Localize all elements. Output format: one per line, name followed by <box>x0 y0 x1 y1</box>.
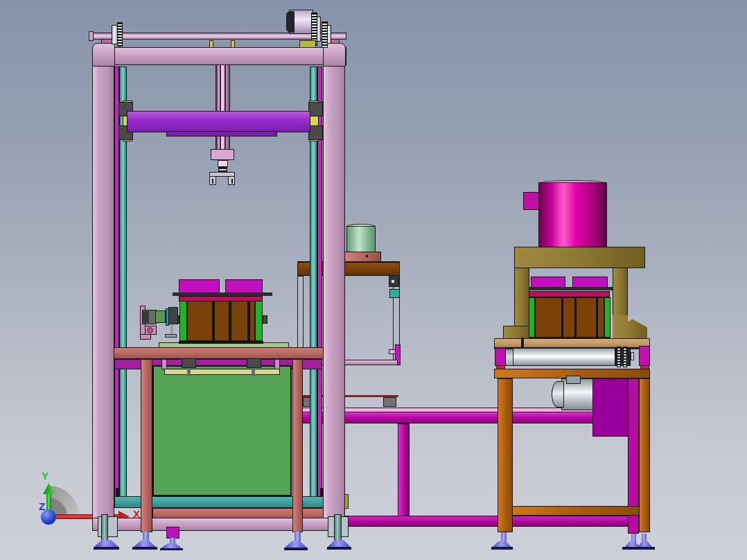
stack-top-left[interactable] <box>179 279 220 293</box>
clamp-pulley <box>147 327 153 333</box>
finger-slot <box>212 179 213 184</box>
sensor-indicator <box>392 280 394 283</box>
slat-divider <box>574 297 577 338</box>
roller-shaft-stub <box>631 352 634 360</box>
press-frame-wall-right[interactable] <box>613 268 628 323</box>
gantry-column-left[interactable] <box>92 64 114 518</box>
leveling-foot-stem <box>170 538 175 544</box>
clamp-bracket-foot[interactable] <box>140 334 151 340</box>
foot-plate <box>622 547 655 550</box>
panel-post <box>161 359 167 369</box>
press-table-leg-right[interactable] <box>292 359 303 532</box>
origin-sphere <box>41 509 56 525</box>
finger-slot <box>231 179 233 184</box>
foot-plate <box>160 548 183 550</box>
cad-viewport: Z Y X <box>0 0 747 560</box>
cylinder-stripe <box>220 64 221 150</box>
panel-post <box>274 359 280 369</box>
shaft-end-cap <box>89 31 94 41</box>
leveling-foot-stem <box>143 532 149 542</box>
leveling-foot-stem <box>295 532 301 543</box>
press-stack-slats[interactable] <box>535 297 604 338</box>
gearmotor-dome[interactable] <box>552 381 564 408</box>
clamp-slide-face <box>143 311 149 323</box>
hanger-stem <box>252 368 255 376</box>
foot-plate <box>491 547 513 550</box>
press-frame-foot-right[interactable] <box>613 315 647 340</box>
band-sensor <box>116 488 120 497</box>
lift-cylinder[interactable] <box>216 64 230 150</box>
fixture-cylinder[interactable] <box>346 226 376 252</box>
outfeed-cross-beam[interactable] <box>506 506 641 516</box>
roller-bracket-right[interactable] <box>639 346 650 366</box>
motor-end-cap[interactable] <box>286 11 295 33</box>
foot-plate <box>132 547 157 550</box>
press-head-cylinder[interactable] <box>538 182 607 247</box>
gantry-column-right[interactable] <box>323 64 345 518</box>
chain-sprocket-left[interactable] <box>117 22 123 46</box>
press-stack-end-right[interactable] <box>604 297 610 338</box>
cross-slide-beam[interactable] <box>127 111 310 132</box>
press-head-side-box[interactable] <box>523 192 539 210</box>
press-stack-rod <box>520 287 619 290</box>
press-table-leg-left[interactable] <box>141 359 152 532</box>
foot-block-magenta[interactable] <box>166 527 179 539</box>
gripper-shaft[interactable] <box>218 160 228 167</box>
slat-divider <box>596 297 598 338</box>
sprocket-disc <box>327 25 331 44</box>
motor-bracket <box>299 40 316 48</box>
roller-bracket-left[interactable] <box>495 348 506 366</box>
press-frame-top[interactable] <box>514 247 645 268</box>
conveyor-roller[interactable] <box>513 348 615 366</box>
carriage-block[interactable] <box>308 102 323 116</box>
base-dot <box>366 255 368 257</box>
outfeed-base-beam[interactable] <box>333 516 629 527</box>
clamp-cylinder[interactable] <box>168 307 178 324</box>
transfer-beam[interactable] <box>302 412 629 423</box>
press-table-top[interactable] <box>92 347 345 359</box>
foot-plate <box>94 547 119 550</box>
outfeed-leg-right[interactable] <box>639 378 650 532</box>
gantry-corner-left[interactable] <box>92 43 115 67</box>
hanger-block[interactable] <box>247 358 261 368</box>
foot-plate <box>327 547 351 550</box>
clamp-foot <box>165 334 177 338</box>
bin-panel-green[interactable] <box>152 365 292 496</box>
beam-lower-lip <box>166 131 277 137</box>
y-axis-label: Y <box>42 470 49 482</box>
stack-base-line <box>179 341 263 344</box>
roller-sprocket-ring <box>623 347 627 367</box>
base-beam-lavender[interactable] <box>92 518 346 531</box>
slat-divider <box>212 301 215 341</box>
press-stack-end-left[interactable] <box>529 297 535 338</box>
clamp-body-green[interactable] <box>155 310 166 323</box>
leveling-foot-stem <box>101 514 108 541</box>
outfeed-leg-left[interactable] <box>498 378 513 532</box>
gearmotor-mount[interactable] <box>566 376 581 384</box>
slat-divider <box>561 297 563 338</box>
gripper-mount-block[interactable] <box>211 149 234 160</box>
hanger-block[interactable] <box>182 358 196 368</box>
support-foot-block-right[interactable] <box>383 397 396 407</box>
roller-sprocket-ring <box>617 347 621 367</box>
press-frame-foot-left[interactable] <box>503 326 529 340</box>
stack-slats[interactable] <box>187 301 255 341</box>
slat-divider <box>229 301 231 341</box>
stack-side-tab <box>263 315 267 324</box>
proximity-sensor-head[interactable] <box>389 289 400 298</box>
gantry-top-beam[interactable] <box>92 47 346 65</box>
stack-top-right[interactable] <box>225 279 263 293</box>
stack-end-left[interactable] <box>179 301 187 341</box>
fixture-cylinder-base[interactable] <box>342 252 381 262</box>
transfer-beam-post[interactable] <box>398 423 410 520</box>
stack-end-right[interactable] <box>255 301 263 341</box>
hanger-stem <box>187 368 191 376</box>
foot-plate <box>284 548 308 550</box>
clamp-bar-khaki[interactable] <box>164 369 280 375</box>
carriage-block[interactable] <box>308 125 323 140</box>
press-frame-wall-left[interactable] <box>514 268 529 329</box>
fixture-pin <box>389 349 396 354</box>
sprocket-disc <box>317 17 321 42</box>
leveling-foot-stem <box>501 532 507 543</box>
cylinder-stripe <box>225 64 226 150</box>
